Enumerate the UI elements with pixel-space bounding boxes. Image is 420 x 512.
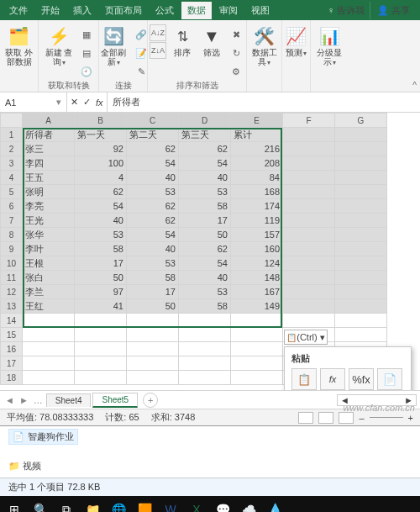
menu-data[interactable]: 数据 (181, 2, 212, 19)
share-button[interactable]: 👤 共享 (370, 2, 417, 19)
cell[interactable]: 王红 (23, 299, 75, 314)
cell[interactable] (75, 328, 127, 342)
videos-folder[interactable]: 📁 视频 (8, 460, 412, 472)
connections-button[interactable]: 🔗 (133, 26, 150, 43)
explorer-taskbar-icon[interactable]: 📁 (81, 499, 104, 512)
cell[interactable]: 张白 (23, 271, 75, 285)
cell[interactable]: 第三天 (179, 128, 231, 142)
misc-taskbar-icon[interactable]: 💧 (263, 499, 286, 512)
cell[interactable]: 58 (127, 271, 179, 285)
formula-input[interactable]: 所得者 (108, 96, 420, 108)
cell[interactable]: 53 (179, 285, 231, 299)
cell[interactable]: 157 (231, 228, 283, 242)
page-layout-view-button[interactable] (318, 412, 333, 424)
page-break-view-button[interactable] (339, 412, 354, 424)
cell[interactable]: 50 (75, 271, 127, 285)
cell[interactable]: 53 (179, 185, 231, 199)
app-taskbar-icon[interactable]: 🟧 (133, 499, 156, 512)
cell[interactable]: 53 (127, 256, 179, 271)
row-header-3[interactable]: 3 (1, 156, 23, 171)
cell[interactable]: 王光 (23, 214, 75, 228)
paste-formulas-option[interactable]: fx (320, 368, 345, 390)
cell[interactable]: 40 (179, 171, 231, 185)
col-header-A[interactable]: A (23, 113, 75, 128)
cell[interactable] (231, 342, 283, 356)
col-header-F[interactable]: F (283, 113, 335, 128)
task-view-button[interactable]: ⧉ (55, 499, 78, 512)
cell[interactable]: 92 (75, 142, 127, 156)
cell[interactable] (179, 314, 231, 328)
col-header-D[interactable]: D (179, 113, 231, 128)
sort-asc-button[interactable]: A↓Z (150, 24, 166, 41)
collapse-ribbon-button[interactable]: ^ (412, 81, 417, 90)
tab-nav-more[interactable]: … (32, 395, 45, 405)
col-header-C[interactable]: C (127, 113, 179, 128)
cloud-taskbar-icon[interactable]: ☁️ (237, 499, 260, 512)
cell[interactable]: 所得者 (23, 128, 75, 142)
cell[interactable] (231, 328, 283, 342)
cell[interactable] (127, 314, 179, 328)
row-header-2[interactable]: 2 (1, 142, 23, 156)
menu-view[interactable]: 视图 (245, 2, 276, 19)
cell[interactable]: 李叶 (23, 242, 75, 256)
cell[interactable]: 62 (179, 142, 231, 156)
cell[interactable] (23, 342, 75, 356)
cell[interactable]: 17 (127, 285, 179, 299)
cell[interactable]: 40 (75, 214, 127, 228)
sort-button[interactable]: ⇅排序 (169, 24, 196, 59)
cell[interactable] (231, 314, 283, 328)
paste-all-option[interactable]: 📋 (291, 368, 317, 390)
advanced-filter-button[interactable]: ⚙ (228, 63, 244, 80)
from-table-button[interactable]: ▤ (78, 45, 95, 61)
cell[interactable]: 119 (231, 214, 283, 228)
cell[interactable]: 62 (179, 242, 231, 256)
cell[interactable]: 第一天 (75, 128, 127, 142)
tab-nav-prev[interactable]: ◄ (3, 395, 16, 405)
menu-review[interactable]: 审阅 (213, 2, 244, 19)
new-query-button[interactable]: ⚡新建 查询 (42, 24, 76, 69)
cell[interactable] (23, 356, 75, 371)
cell[interactable]: 50 (127, 299, 179, 314)
cell[interactable]: 李四 (23, 156, 75, 171)
sort-desc-button[interactable]: Z↓A (150, 42, 166, 59)
cell[interactable]: 张三 (23, 142, 75, 156)
start-button[interactable]: ⊞ (3, 499, 26, 512)
cell[interactable]: 149 (231, 299, 283, 314)
cell[interactable]: 160 (231, 242, 283, 256)
cell[interactable]: 62 (127, 199, 179, 214)
reapply-button[interactable]: ↻ (228, 45, 244, 61)
cell[interactable]: 54 (179, 156, 231, 171)
row-header-16[interactable]: 16 (1, 342, 23, 356)
cell[interactable]: 李亮 (23, 199, 75, 214)
cell[interactable] (179, 342, 231, 356)
cell[interactable]: 41 (75, 299, 127, 314)
select-all-corner[interactable] (1, 113, 23, 128)
clear-filter-button[interactable]: ✖ (228, 26, 244, 43)
cell[interactable]: 58 (179, 299, 231, 314)
paste-keep-source-option[interactable]: 📄 (377, 368, 402, 390)
row-header-1[interactable]: 1 (1, 128, 23, 142)
fx-icon[interactable]: fx (96, 98, 103, 108)
cell[interactable]: 54 (75, 199, 127, 214)
outline-button[interactable]: 📊分级显示 (312, 24, 346, 69)
cell[interactable]: 58 (75, 242, 127, 256)
show-queries-button[interactable]: ▦ (78, 26, 95, 43)
cell[interactable]: 148 (231, 271, 283, 285)
cell[interactable]: 李兰 (23, 285, 75, 299)
recent-sources-button[interactable]: 🕘 (78, 63, 95, 80)
cell[interactable]: 216 (231, 142, 283, 156)
cell[interactable] (231, 356, 283, 371)
cell[interactable]: 84 (231, 171, 283, 185)
cell[interactable] (179, 328, 231, 342)
edit-links-button[interactable]: ✎ (133, 63, 150, 80)
cell[interactable]: 王五 (23, 171, 75, 185)
cell[interactable] (75, 356, 127, 371)
cell[interactable]: 王根 (23, 256, 75, 271)
cell[interactable]: 40 (127, 171, 179, 185)
row-header-15[interactable]: 15 (1, 328, 23, 342)
wechat-taskbar-icon[interactable]: 💬 (211, 499, 234, 512)
forecast-button[interactable]: 📈预测 (284, 24, 309, 60)
row-header-12[interactable]: 12 (1, 285, 23, 299)
cell[interactable]: 168 (231, 185, 283, 199)
enter-icon[interactable]: ✓ (83, 97, 91, 108)
